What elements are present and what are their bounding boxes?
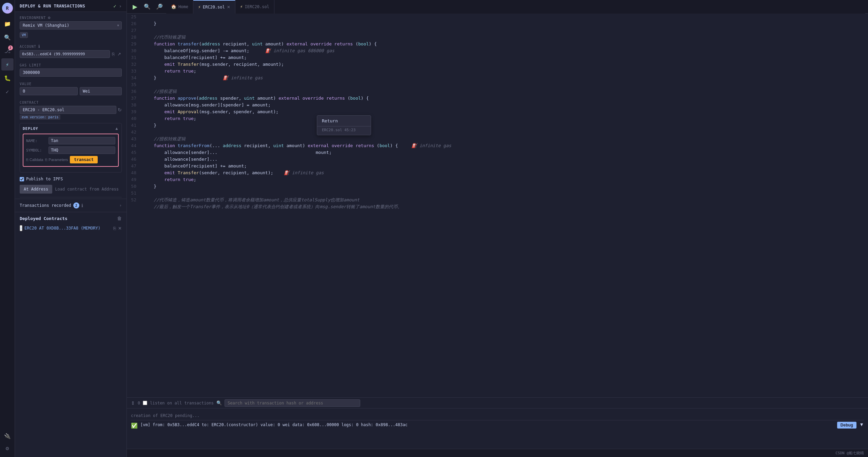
deploy-header: DEPLOY ▲ — [23, 126, 119, 131]
zoom-in-btn[interactable]: 🔍 — [142, 1, 153, 12]
environment-info-icon[interactable]: ⚙ — [48, 15, 51, 20]
listen-checkbox[interactable] — [143, 401, 147, 405]
value-row: Wei Gwei Ether — [15, 87, 127, 95]
calldata-btn[interactable]: ⎘ Calldata — [26, 158, 43, 162]
tab-ierc20-sol[interactable]: ⚡ IERC20.sol — [235, 0, 274, 14]
transactions-row[interactable]: Transactions recorded 2 ℹ › — [15, 199, 127, 212]
contract-instance-name: ERC20 AT 0XD8B...33FA8 (MEMORY) — [24, 226, 111, 231]
tooltip-return-item[interactable]: Return — [317, 116, 371, 126]
search-console-icon[interactable]: 🔍 — [216, 400, 222, 405]
copy-account-btn[interactable]: ⎘ — [111, 51, 115, 57]
deploy-title: DEPLOY — [23, 126, 38, 131]
account-label: ACCOUNT ℹ — [15, 41, 127, 50]
expand-console-btn[interactable]: ▼ — [859, 422, 864, 427]
erc20-tab-close[interactable]: ✕ — [227, 5, 230, 9]
search-console-input[interactable] — [225, 399, 360, 407]
tab-erc20-sol[interactable]: ⚡ ERC20.sol ✕ — [193, 0, 235, 14]
collapse-panel-btn[interactable]: › — [119, 3, 122, 9]
console-log-row: ✅ [vm] from: 0x5B3...eddC4 to: ERC20.(co… — [131, 420, 864, 430]
divider-1 — [20, 197, 122, 197]
run-btn[interactable]: ▶ — [130, 1, 140, 12]
console-log-text: [vm] from: 0x5B3...eddC4 to: ERC20.(cons… — [140, 422, 834, 428]
deploy-params-box: NAME: SYMBOL: ⎘ Calldata ⎘ Parameters tr… — [23, 134, 119, 167]
sidebar-item-settings[interactable]: ⚙ — [1, 442, 14, 454]
zoom-out-btn[interactable]: 🔎 — [154, 1, 165, 12]
publish-label: Publish to IPFS — [26, 177, 63, 181]
environment-select-wrapper: Remix VM (Shanghai) — [15, 21, 127, 29]
check-icon: ✓ — [113, 3, 116, 9]
name-param-row: NAME: — [26, 137, 115, 144]
contract-close-btn[interactable]: ✕ — [118, 226, 122, 231]
home-tab-icon: 🏠 — [171, 4, 176, 9]
account-row: ⎘ ↗ — [15, 50, 127, 58]
sidebar-item-files[interactable]: 📁 — [1, 18, 14, 30]
sidebar-item-deploy[interactable]: ⚡ — [1, 58, 14, 71]
gas-limit-label: GAS LIMIT — [15, 60, 127, 68]
env-vm-row: VM — [15, 31, 127, 39]
account-input[interactable] — [20, 50, 110, 58]
parameters-btn[interactable]: ⎘ Parameters — [45, 158, 68, 162]
console-area: creation of ERC20 pending... ✅ [vm] from… — [127, 408, 868, 449]
deployed-contracts-title: Deployed Contracts — [20, 216, 67, 221]
tooltip-meta: ERC20.sol 45:23 — [317, 126, 371, 135]
tooltip-popup: Return ERC20.sol 45:23 — [317, 115, 371, 135]
environment-select[interactable]: Remix VM (Shanghai) — [20, 21, 122, 29]
fold-btn[interactable]: ⇕ — [131, 400, 135, 406]
transact-btn[interactable]: transact — [70, 156, 98, 163]
ierc20-tab-icon: ⚡ — [240, 4, 243, 9]
bottom-status-text: CSDN @船七晓晴 — [835, 451, 864, 456]
contract-row: ERC20 - ERC20.sol ↻ — [15, 106, 127, 114]
sidebar-item-test[interactable]: ✓ — [1, 85, 14, 98]
calldata-row: ⎘ Calldata ⎘ Parameters transact — [26, 156, 115, 163]
sidebar-item-search[interactable]: 🔍 — [1, 31, 14, 43]
gas-limit-input[interactable]: 3000000 — [20, 68, 122, 77]
unit-select[interactable]: Wei Gwei Ether — [80, 87, 122, 95]
value-input[interactable] — [20, 87, 78, 95]
tab-home[interactable]: 🏠 Home — [166, 0, 193, 14]
load-contract-btn[interactable]: Load contract from Address — [55, 187, 119, 192]
icon-bar: R 📁 🔍 ⎇ 2 ⚡ 🐛 ✓ 🔌 ⚙ — [0, 0, 15, 457]
top-toolbar: ▶ 🔍 🔎 🏠 Home ⚡ ERC20.sol ✕ ⚡ IERC20.sol — [127, 0, 868, 14]
listen-label: listen on all transactions — [150, 401, 214, 405]
contract-label: CONTRACT — [15, 97, 127, 106]
replay-count: 0 — [138, 401, 140, 405]
listen-row: 0 listen on all transactions 🔍 — [138, 399, 864, 407]
panel-header: DEPLOY & RUN TRANSACTIONS ✓ › — [15, 0, 127, 12]
line-numbers: 25 26 27 28 29 30 31 32 33 34 35 36 37 3… — [127, 14, 140, 397]
environment-label: ENVIRONMENT ⚙ — [15, 12, 127, 21]
tab-ierc20-label: IERC20.sol — [245, 4, 269, 9]
sidebar-item-extensions[interactable]: 🔌 — [1, 430, 14, 442]
panel-controls: ✓ › — [113, 3, 122, 9]
contract-expand-btn[interactable]: › — [20, 225, 22, 231]
name-label: NAME: — [26, 139, 46, 143]
account-info-icon[interactable]: ℹ — [38, 44, 40, 49]
console-success-icon: ✅ — [131, 422, 138, 429]
git-badge: 2 — [8, 45, 13, 50]
vm-badge: VM — [20, 32, 28, 38]
bottom-status: CSDN @船七晓晴 — [127, 449, 868, 457]
deploy-collapse-btn[interactable]: ▲ — [115, 126, 119, 131]
logo: R — [2, 3, 13, 14]
symbol-label: SYMBOL: — [26, 148, 46, 153]
transactions-info-icon[interactable]: ℹ — [81, 203, 83, 208]
publish-checkbox[interactable] — [20, 177, 24, 181]
debug-console-btn[interactable]: Debug — [837, 422, 856, 429]
transactions-label: Transactions recorded — [20, 203, 71, 208]
sidebar-item-git[interactable]: ⎇ 2 — [1, 45, 14, 57]
tab-erc20-label: ERC20.sol — [203, 5, 225, 9]
refresh-contract-btn[interactable]: ↻ — [118, 107, 122, 113]
main-area: ▶ 🔍 🔎 🏠 Home ⚡ ERC20.sol ✕ ⚡ IERC20.sol — [127, 0, 868, 457]
trans-left: Transactions recorded 2 ℹ — [20, 202, 83, 208]
contract-copy-btn[interactable]: ⎘ — [113, 226, 116, 231]
sidebar-item-debug[interactable]: 🐛 — [1, 72, 14, 84]
transactions-arrow: › — [119, 203, 122, 208]
editor-area[interactable]: 25 26 27 28 29 30 31 32 33 34 35 36 37 3… — [127, 14, 868, 397]
name-input[interactable] — [49, 137, 115, 144]
address-buttons: At Address Load contract from Address — [15, 183, 127, 196]
external-account-btn[interactable]: ↗ — [117, 51, 122, 57]
clear-contracts-btn[interactable]: 🗑 — [117, 216, 122, 221]
symbol-input[interactable] — [49, 146, 115, 154]
at-address-btn[interactable]: At Address — [20, 185, 52, 194]
deploy-section: DEPLOY ▲ NAME: SYMBOL: ⎘ Calldata ⎘ Para… — [20, 123, 122, 173]
contract-select[interactable]: ERC20 - ERC20.sol — [20, 106, 116, 114]
